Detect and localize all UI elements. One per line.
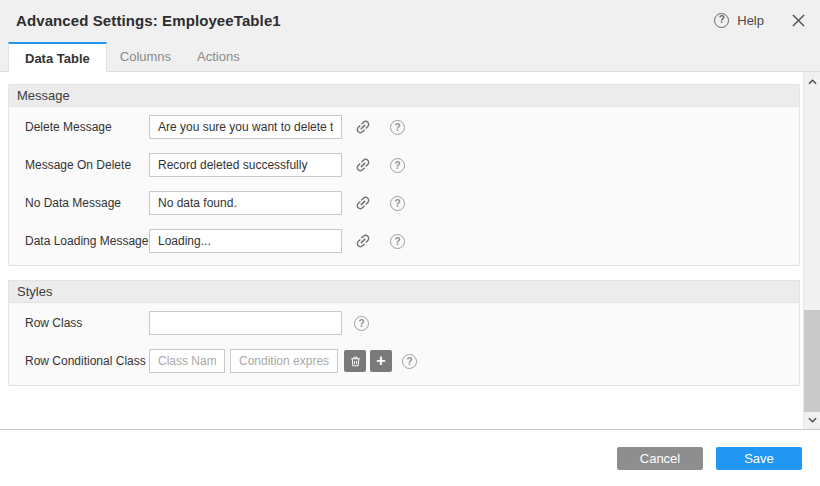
dialog-footer: Cancel Save — [0, 430, 820, 486]
delete-message-input[interactable] — [149, 115, 342, 139]
delete-message-label: Delete Message — [25, 120, 149, 134]
close-icon[interactable] — [790, 12, 806, 28]
tab-actions[interactable]: Actions — [184, 42, 253, 71]
bind-property-link-icon[interactable] — [354, 194, 372, 212]
trash-icon — [349, 355, 362, 368]
vertical-scrollbar[interactable] — [803, 72, 820, 430]
row-class-input[interactable] — [149, 311, 342, 335]
message-on-delete-input[interactable] — [149, 153, 342, 177]
no-data-message-label: No Data Message — [25, 196, 149, 210]
field-row-no-data-message: No Data Message ? — [25, 191, 799, 215]
help-icon[interactable]: ? — [714, 13, 729, 28]
add-conditional-class-button[interactable]: + — [370, 350, 392, 372]
scroll-up-icon[interactable] — [804, 74, 820, 90]
tab-columns[interactable]: Columns — [107, 42, 184, 71]
row-class-label: Row Class — [25, 316, 149, 330]
scrollbar-thumb[interactable] — [804, 310, 820, 412]
tab-data-table[interactable]: Data Table — [8, 42, 107, 72]
field-row-row-class: Row Class ? — [25, 311, 799, 335]
condition-expression-input[interactable] — [230, 349, 338, 373]
row-conditional-class-label: Row Conditional Class — [25, 354, 149, 368]
delete-conditional-class-button[interactable] — [344, 350, 366, 372]
field-help-icon[interactable]: ? — [390, 120, 405, 135]
field-help-icon[interactable]: ? — [354, 316, 369, 331]
scroll-down-icon[interactable] — [804, 412, 820, 428]
message-section: Message Delete Message ? Message On Dele… — [8, 84, 800, 266]
field-row-data-loading-message: Data Loading Message ? — [25, 229, 799, 253]
dialog-title: Advanced Settings: EmployeeTable1 — [16, 12, 281, 29]
dialog-header: Advanced Settings: EmployeeTable1 ? Help — [0, 0, 820, 40]
field-help-icon[interactable]: ? — [390, 158, 405, 173]
data-loading-message-input[interactable] — [149, 229, 342, 253]
message-section-body: Delete Message ? Message On Delete ? — [9, 107, 799, 265]
field-row-message-on-delete: Message On Delete ? — [25, 153, 799, 177]
message-on-delete-label: Message On Delete — [25, 158, 149, 172]
field-row-row-conditional-class: Row Conditional Class + ? — [25, 349, 799, 373]
cancel-button[interactable]: Cancel — [617, 447, 703, 470]
tab-bar: Data Table Columns Actions — [0, 40, 820, 72]
field-help-icon[interactable]: ? — [402, 354, 417, 369]
advanced-settings-dialog: Advanced Settings: EmployeeTable1 ? Help… — [0, 0, 820, 486]
styles-section-body: Row Class ? Row Conditional Class + ? — [9, 303, 799, 385]
save-button[interactable]: Save — [716, 447, 802, 470]
bind-property-link-icon[interactable] — [354, 156, 372, 174]
field-help-icon[interactable]: ? — [390, 196, 405, 211]
styles-section: Styles Row Class ? Row Conditional Class — [8, 280, 800, 386]
bind-property-link-icon[interactable] — [354, 232, 372, 250]
header-actions: ? Help — [714, 12, 806, 28]
help-link[interactable]: Help — [737, 13, 764, 28]
styles-section-title: Styles — [9, 281, 799, 303]
field-row-delete-message: Delete Message ? — [25, 115, 799, 139]
data-loading-message-label: Data Loading Message — [25, 234, 149, 248]
message-section-title: Message — [9, 85, 799, 107]
class-name-input[interactable] — [149, 349, 225, 373]
no-data-message-input[interactable] — [149, 191, 342, 215]
tab-content: Message Delete Message ? Message On Dele… — [0, 72, 820, 430]
field-help-icon[interactable]: ? — [390, 234, 405, 249]
bind-property-link-icon[interactable] — [354, 118, 372, 136]
